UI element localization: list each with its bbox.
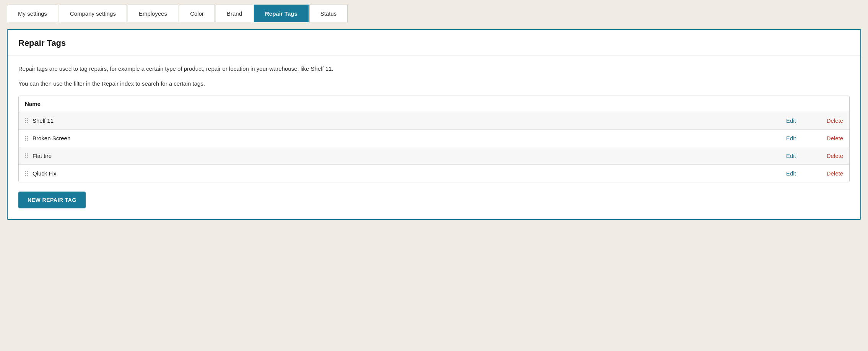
table-row: Qiuck Fix Edit Delete (19, 165, 849, 182)
name-column-header: Name (25, 101, 41, 107)
edit-button[interactable]: Edit (786, 170, 796, 177)
table-row: Broken Screen Edit Delete (19, 130, 849, 147)
table-rows-container: Shelf 11 Edit Delete Broken Screen Edit … (19, 112, 849, 182)
page-title: Repair Tags (18, 38, 850, 48)
tab-status[interactable]: Status (309, 5, 348, 22)
tab-brand[interactable]: Brand (216, 5, 253, 22)
new-repair-tag-button[interactable]: NEW REPAIR TAG (18, 192, 86, 208)
content-header: Repair Tags (8, 30, 860, 55)
row-actions: Edit Delete (786, 170, 843, 177)
tab-my-settings[interactable]: My settings (7, 5, 58, 22)
tab-employees[interactable]: Employees (128, 5, 178, 22)
edit-button[interactable]: Edit (786, 135, 796, 141)
table-row: Shelf 11 Edit Delete (19, 112, 849, 130)
delete-button[interactable]: Delete (827, 135, 843, 141)
drag-handle[interactable] (25, 153, 28, 158)
delete-button[interactable]: Delete (827, 170, 843, 177)
drag-handle[interactable] (25, 171, 28, 176)
tab-repair-tags[interactable]: Repair Tags (254, 5, 309, 22)
table-row: Flat tire Edit Delete (19, 147, 849, 165)
row-actions: Edit Delete (786, 153, 843, 159)
row-name: Qiuck Fix (33, 170, 786, 177)
row-actions: Edit Delete (786, 135, 843, 141)
row-actions: Edit Delete (786, 117, 843, 124)
tab-company-settings[interactable]: Company settings (59, 5, 127, 22)
tab-color[interactable]: Color (179, 5, 215, 22)
edit-button[interactable]: Edit (786, 117, 796, 124)
edit-button[interactable]: Edit (786, 153, 796, 159)
repair-tags-table: Name Shelf 11 Edit Delete Broken Screen … (18, 96, 850, 182)
content-area: Repair Tags Repair tags are used to tag … (7, 29, 861, 220)
table-header: Name (19, 96, 849, 112)
delete-button[interactable]: Delete (827, 117, 843, 124)
description-1: Repair tags are used to tag repairs, for… (18, 65, 850, 73)
row-name: Flat tire (33, 153, 786, 159)
description-2: You can then use the filter in the Repai… (18, 80, 850, 88)
drag-handle[interactable] (25, 136, 28, 141)
delete-button[interactable]: Delete (827, 153, 843, 159)
drag-handle[interactable] (25, 118, 28, 123)
row-name: Shelf 11 (33, 117, 786, 124)
row-name: Broken Screen (33, 135, 786, 141)
content-body: Repair tags are used to tag repairs, for… (8, 55, 860, 219)
tab-bar: My settingsCompany settingsEmployeesColo… (0, 0, 868, 22)
